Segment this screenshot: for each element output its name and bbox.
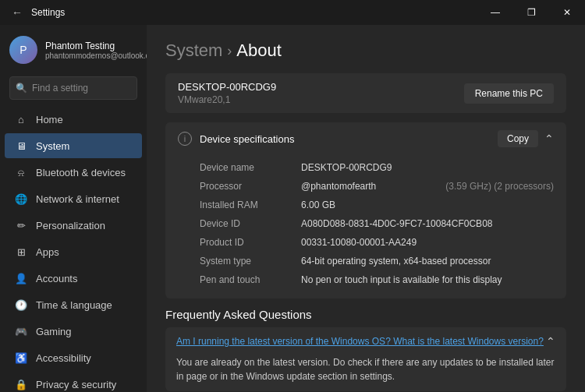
info-icon: i [178, 132, 192, 146]
section-actions: Copy ⌃ [498, 130, 554, 147]
device-specs-card: i Device specifications Copy ⌃ Device na… [165, 122, 566, 298]
sidebar-item-label: Accounts [36, 273, 77, 284]
sidebar-item-time[interactable]: 🕐 Time & language [5, 292, 142, 317]
faq-question-row-0[interactable]: Am I running the latest version of the W… [165, 327, 566, 355]
sidebar-item-label: Apps [36, 246, 59, 258]
table-row: Processor @phantomofearth (3.59 GHz) (2 … [200, 177, 554, 196]
spec-value: 00331-10080-00001-AA249 [301, 237, 554, 248]
profile-name: Phantom Testing [45, 41, 147, 51]
app-body: P Phantom Testing phantommodernos@outloo… [0, 25, 585, 392]
profile-email: phantommodernos@outlook.com [45, 51, 147, 60]
main-content: System › About DESKTOP-00RCDG9 VMware20,… [147, 25, 585, 392]
faq-section: Frequently Asked Questions Am I running … [165, 308, 566, 392]
device-specs-header[interactable]: i Device specifications Copy ⌃ [165, 122, 566, 155]
accounts-icon: 👤 [14, 271, 28, 285]
sidebar-item-label: Privacy & security [36, 379, 116, 390]
gaming-icon: 🎮 [14, 324, 28, 338]
sidebar-item-accessibility[interactable]: ♿ Accessibility [5, 345, 142, 370]
titlebar-controls: — ❐ ✕ [477, 0, 585, 25]
titlebar: ← Settings — ❐ ✕ [0, 0, 585, 25]
spec-note: (3.59 GHz) (2 processors) [445, 181, 554, 192]
accessibility-icon: ♿ [14, 351, 28, 365]
sidebar-item-privacy[interactable]: 🔒 Privacy & security [5, 372, 142, 392]
sidebar-item-gaming[interactable]: 🎮 Gaming [5, 319, 142, 344]
sidebar-item-system[interactable]: 🖥 System [5, 133, 142, 158]
search-input[interactable] [9, 76, 137, 100]
apps-icon: ⊞ [14, 245, 28, 259]
sidebar-item-label: Time & language [36, 299, 112, 311]
sidebar-item-personalization[interactable]: ✏ Personalization [5, 213, 142, 238]
faq-question-0: Am I running the latest version of the W… [176, 336, 546, 347]
app-title: Settings [31, 7, 65, 18]
chevron-up-icon: ⌃ [544, 132, 554, 145]
spec-value: 64-bit operating system, x64-based proce… [301, 256, 554, 267]
section-title: Device specifications [200, 133, 294, 145]
sidebar-item-network[interactable]: 🌐 Network & internet [5, 186, 142, 211]
page-title: About [236, 41, 282, 61]
section-header-left: i Device specifications [178, 132, 294, 146]
sidebar-search[interactable]: 🔍 [9, 76, 137, 100]
sidebar-item-label: Gaming [36, 326, 72, 337]
back-icon[interactable]: ← [9, 5, 25, 20]
pc-sub: VMware20,1 [178, 94, 276, 105]
sidebar-item-accounts[interactable]: 👤 Accounts [5, 266, 142, 291]
page-header: System › About [165, 41, 566, 61]
time-icon: 🕐 [14, 298, 28, 312]
spec-label: Processor [200, 181, 301, 192]
maximize-button[interactable]: ❐ [513, 0, 549, 25]
sidebar-item-home[interactable]: ⌂ Home [5, 107, 142, 132]
network-icon: 🌐 [14, 192, 28, 206]
home-icon: ⌂ [14, 112, 28, 126]
search-icon: 🔍 [16, 83, 27, 94]
faq-title: Frequently Asked Questions [165, 308, 566, 321]
pc-name: DESKTOP-00RCDG9 [178, 81, 276, 93]
spec-value: @phantomofearth [301, 181, 436, 192]
sidebar-item-label: Personalization [36, 220, 105, 231]
sidebar-item-label: Accessibility [36, 352, 91, 364]
faq-item-0: Am I running the latest version of the W… [165, 327, 566, 391]
spec-label: Device name [200, 162, 301, 173]
spec-label: System type [200, 256, 301, 267]
breadcrumb-system: System [165, 41, 222, 61]
minimize-button[interactable]: — [477, 0, 513, 25]
spec-value: 6.00 GB [301, 200, 554, 210]
pc-info-bar: DESKTOP-00RCDG9 VMware20,1 Rename this P… [165, 73, 566, 113]
titlebar-left: ← Settings [9, 5, 65, 20]
bluetooth-icon: ⍾ [14, 165, 28, 179]
spec-label: Product ID [200, 237, 301, 248]
spec-label: Installed RAM [200, 200, 301, 210]
close-button[interactable]: ✕ [549, 0, 585, 25]
faq-answer-0: You are already on the latest version. D… [165, 355, 566, 391]
table-row: Device ID A080D088-0831-4D0C-9FC7-10084C… [200, 214, 554, 233]
rename-pc-button[interactable]: Rename this PC [464, 83, 554, 104]
table-row: Product ID 00331-10080-00001-AA249 [200, 233, 554, 252]
personalization-icon: ✏ [14, 218, 28, 232]
profile-section: P Phantom Testing phantommodernos@outloo… [0, 25, 147, 73]
copy-button[interactable]: Copy [498, 130, 538, 147]
specs-table: Device name DESKTOP-00RCDG9 Processor @p… [165, 155, 566, 298]
breadcrumb-arrow: › [227, 43, 232, 59]
spec-value: DESKTOP-00RCDG9 [301, 162, 554, 173]
system-icon: 🖥 [14, 139, 28, 153]
table-row: Pen and touch No pen or touch input is a… [200, 270, 554, 289]
spec-label: Pen and touch [200, 274, 301, 285]
sidebar-item-label: System [36, 140, 69, 152]
chevron-up-icon: ⌃ [546, 335, 555, 348]
profile-info: Phantom Testing phantommodernos@outlook.… [45, 41, 147, 60]
table-row: Installed RAM 6.00 GB [200, 196, 554, 214]
sidebar-item-bluetooth[interactable]: ⍾ Bluetooth & devices [5, 160, 142, 185]
sidebar-item-label: Network & internet [36, 193, 119, 205]
sidebar-item-apps[interactable]: ⊞ Apps [5, 239, 142, 264]
sidebar-item-label: Bluetooth & devices [36, 167, 126, 178]
sidebar: P Phantom Testing phantommodernos@outloo… [0, 25, 147, 392]
spec-label: Device ID [200, 218, 301, 229]
privacy-icon: 🔒 [14, 377, 28, 391]
avatar: P [9, 36, 37, 64]
spec-value: A080D088-0831-4D0C-9FC7-10084CF0CB08 [301, 218, 554, 229]
table-row: System type 64-bit operating system, x64… [200, 252, 554, 270]
sidebar-item-label: Home [36, 114, 63, 125]
table-row: Device name DESKTOP-00RCDG9 [200, 158, 554, 177]
spec-value: No pen or touch input is available for t… [301, 274, 554, 285]
pc-info-text: DESKTOP-00RCDG9 VMware20,1 [178, 81, 276, 105]
